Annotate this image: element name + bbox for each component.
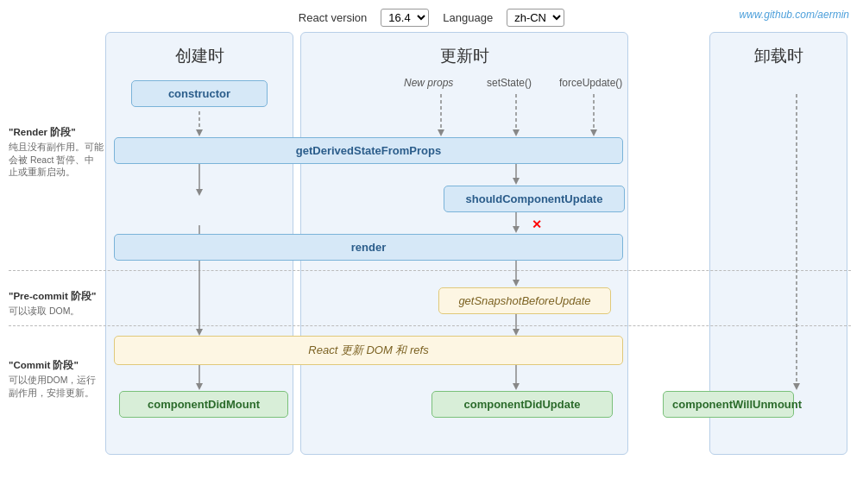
get-snapshot-label: getSnapshotBeforeUpdate [438,287,611,314]
new-props-label: New props [404,77,453,89]
component-did-update-label: componentDidUpdate [432,391,613,418]
render-box: render [114,234,623,261]
commit-annotation-title: "Commit 阶段" [9,358,104,372]
setstate-label: setState() [487,77,532,89]
language-label: Language [443,11,493,24]
render-label: render [114,234,623,261]
react-update-dom-label: React 更新 DOM 和 refs [114,336,623,365]
component-did-mount-label: componentDidMount [119,391,288,418]
forceupdate-label: forceUpdate() [559,77,622,89]
component-will-unmount-label: componentWillUnmount [663,391,794,418]
top-bar: React version 16.4 16.3 Language zh-CN e… [0,0,863,32]
lifecycle-diagram: 创建时 更新时 卸载时 [102,32,851,455]
create-column-title: 创建时 [106,33,293,74]
render-annotation-desc: 纯且没有副作用。可能会被 React 暂停、中止或重新启动。 [9,141,104,179]
precommit-annotation-title: "Pre-commit 阶段" [9,289,104,303]
separator-commit [9,325,851,326]
should-component-update-box: shouldComponentUpdate [444,186,625,212]
separator-precommit [9,270,851,271]
get-snapshot-box: getSnapshotBeforeUpdate [438,287,611,314]
language-select[interactable]: zh-CN en [507,9,564,27]
component-will-unmount-box: componentWillUnmount [663,391,794,418]
unmount-column-title: 卸载时 [710,33,847,74]
react-version-select[interactable]: 16.4 16.3 [381,9,429,27]
component-did-update-box: componentDidUpdate [432,391,613,418]
react-update-dom-box: React 更新 DOM 和 refs [114,336,623,365]
constructor-label: constructor [131,80,268,107]
get-derived-state-box: getDerivedStateFromProps [114,137,623,164]
should-component-update-label: shouldComponentUpdate [444,186,625,212]
commit-annotation-desc: 可以使用DOM，运行副作用，安排更新。 [9,374,104,399]
render-annotation-title: "Render 阶段" [9,125,104,139]
render-annotation: "Render 阶段" 纯且没有副作用。可能会被 React 暂停、中止或重新启… [9,125,104,179]
update-column-title: 更新时 [301,33,627,74]
precommit-annotation: "Pre-commit 阶段" 可以读取 DOM。 [9,289,104,318]
constructor-box: constructor [131,80,268,107]
precommit-annotation-desc: 可以读取 DOM。 [9,305,104,318]
component-did-mount-box: componentDidMount [119,391,288,418]
react-version-label: React version [299,11,367,24]
commit-annotation: "Commit 阶段" 可以使用DOM，运行副作用，安排更新。 [9,358,104,399]
get-derived-state-label: getDerivedStateFromProps [114,137,623,164]
github-link: www.github.com/aermin [740,9,849,21]
